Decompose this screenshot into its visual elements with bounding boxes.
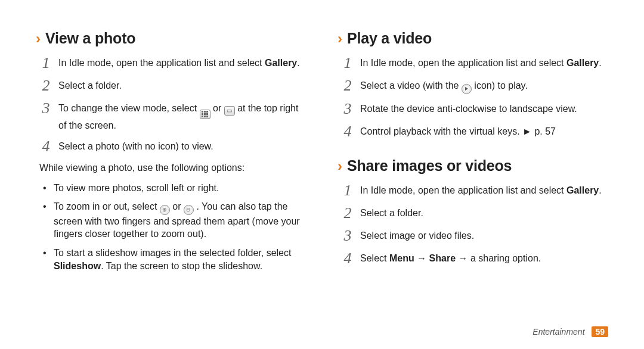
section-play-video: › Play a video 1 In Idle mode, open the … xyxy=(338,30,608,147)
step-body: In Idle mode, open the application list … xyxy=(360,55,602,71)
step-row: 4 Control playback with the virtual keys… xyxy=(341,124,608,139)
section-title: Share images or videos xyxy=(347,157,512,174)
step-body: Select a folder. xyxy=(360,205,423,221)
step-number: 3 xyxy=(39,101,52,132)
section-header: › Share images or videos xyxy=(338,157,608,174)
step-row: 3 To change the view mode, select or ▭ a… xyxy=(39,101,306,132)
step-body: Control playback with the virtual keys. … xyxy=(360,124,556,139)
chevron-icon: › xyxy=(36,32,41,46)
bullet-icon: • xyxy=(43,247,49,272)
list-item: • To start a slideshow images in the sel… xyxy=(43,247,306,272)
step-row: 4 Select Menu → Share → a sharing option… xyxy=(341,251,608,266)
step-row: 4 Select a photo (with no icon) to view. xyxy=(39,139,306,154)
bullet-icon: • xyxy=(43,182,49,195)
step-body: Select a photo (with no icon) to view. xyxy=(58,139,213,154)
zoom-out-icon: ⊖ xyxy=(184,205,194,215)
step-body: Select a video (with the icon) to play. xyxy=(360,78,528,94)
step-number: 4 xyxy=(341,124,354,139)
step-body: In Idle mode, open the application list … xyxy=(58,55,300,71)
step-row: 1 In Idle mode, open the application lis… xyxy=(341,183,608,198)
section-header: › Play a video xyxy=(338,30,608,47)
step-row: 1 In Idle mode, open the application lis… xyxy=(39,55,306,71)
step-row: 3 Rotate the device anti-clockwise to la… xyxy=(341,101,608,117)
section-title: View a photo xyxy=(45,30,135,47)
section-share: › Share images or videos 1 In Idle mode,… xyxy=(338,157,608,273)
step-row: 2 Select a folder. xyxy=(39,78,306,94)
chevron-icon: › xyxy=(338,159,342,173)
step-body: To change the view mode, select or ▭ at … xyxy=(58,101,306,132)
step-row: 3 Select image or video files. xyxy=(341,228,608,244)
chevron-icon: › xyxy=(338,32,342,46)
section-title: Play a video xyxy=(347,30,432,47)
step-number: 2 xyxy=(341,78,354,94)
step-number: 1 xyxy=(39,55,52,71)
step-body: Select image or video files. xyxy=(360,228,474,244)
zoom-in-icon: ⊕ xyxy=(160,205,170,215)
stack-view-icon: ▭ xyxy=(224,106,235,116)
step-number: 4 xyxy=(341,251,354,266)
step-row: 2 Select a video (with the icon) to play… xyxy=(341,78,608,94)
play-icon xyxy=(462,84,472,94)
step-number: 3 xyxy=(341,228,354,244)
step-body: Rotate the device anti-clockwise to land… xyxy=(360,101,577,117)
bullet-icon: • xyxy=(43,200,49,241)
page-number: 59 xyxy=(592,326,608,337)
step-row: 2 Select a folder. xyxy=(341,205,608,221)
step-number: 3 xyxy=(341,101,354,117)
right-column: › Play a video 1 In Idle mode, open the … xyxy=(338,30,608,331)
step-number: 2 xyxy=(341,205,354,221)
grid-view-icon xyxy=(200,110,210,119)
section-header: › View a photo xyxy=(36,30,306,47)
step-row: 1 In Idle mode, open the application lis… xyxy=(341,55,608,71)
step-number: 1 xyxy=(341,183,354,198)
step-body: In Idle mode, open the application list … xyxy=(360,183,602,198)
step-body: Select a folder. xyxy=(58,78,122,94)
list-item: • To zoom in or out, select ⊕ or ⊖ . You… xyxy=(43,200,306,241)
step-body: Select Menu → Share → a sharing option. xyxy=(360,251,541,266)
page-footer: Entertainment 59 xyxy=(532,326,608,337)
left-column: › View a photo 1 In Idle mode, open the … xyxy=(36,30,306,331)
paragraph: While viewing a photo, use the following… xyxy=(39,161,306,174)
bullet-list: • To view more photos, scroll left or ri… xyxy=(43,182,306,273)
list-item: • To view more photos, scroll left or ri… xyxy=(43,182,306,195)
footer-category: Entertainment xyxy=(532,327,584,336)
page-columns: › View a photo 1 In Idle mode, open the … xyxy=(36,30,608,331)
step-number: 1 xyxy=(341,55,354,71)
step-number: 4 xyxy=(39,139,52,154)
step-number: 2 xyxy=(39,78,52,94)
section-view-photo: › View a photo 1 In Idle mode, open the … xyxy=(36,30,306,278)
